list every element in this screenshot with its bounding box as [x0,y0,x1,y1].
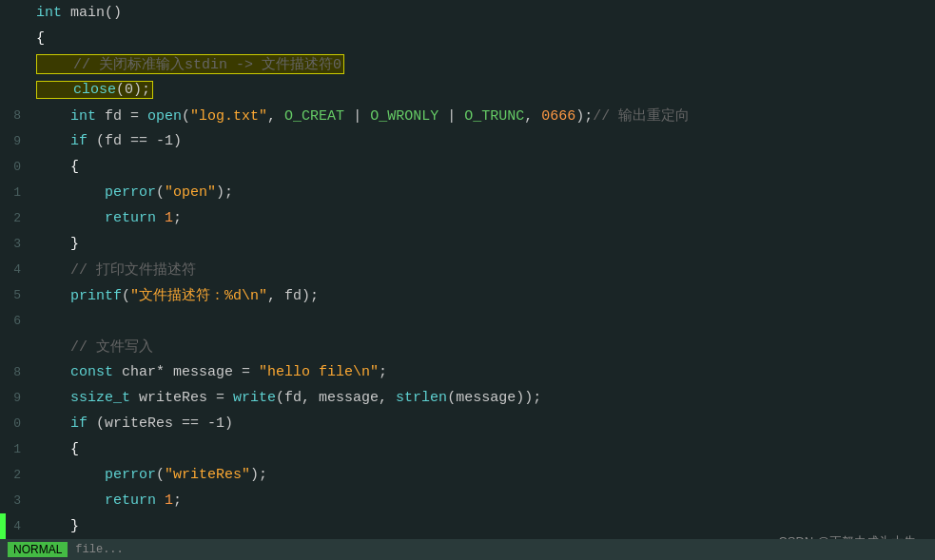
mode-label: NORMAL [8,542,68,557]
code-line-4: 8 int fd = open("log.txt", O_CREAT | O_W… [0,103,935,128]
code-line-18: 2 perror("writeRes"); [0,462,935,488]
line-number-4: 8 [0,108,29,123]
code-line-15: 9 ssize_t writeRes = write(fd, message, … [0,385,935,411]
code-line-2: // 关闭标准输入stdin -> 文件描述符0 [0,51,935,77]
code-line-9: 3 } [0,231,935,257]
line-content-11: printf("文件描述符：%d\n", fd); [29,286,935,304]
line-number-19: 3 [0,493,29,508]
line-number-8: 2 [0,211,29,225]
line-content-0: int main() [29,5,935,21]
code-line-0: int main() [0,0,935,26]
line-content-8: return 1; [29,210,935,226]
code-editor: int main(){ // 关闭标准输入stdin -> 文件描述符0 clo… [0,0,935,560]
line-number-15: 9 [0,391,29,405]
code-line-5: 9 if (fd == -1) [0,128,935,154]
line-number-5: 9 [0,134,29,148]
code-line-19: 3 return 1; [0,488,935,513]
code-line-10: 4 // 打印文件描述符 [0,257,935,282]
line-content-1: { [29,30,935,47]
code-line-1: { [0,26,935,51]
line-content-13: // 文件写入 [29,338,935,356]
line-number-9: 3 [0,237,29,251]
code-line-16: 0 if (writeRes == -1) [0,411,935,436]
line-content-15: ssize_t writeRes = write(fd, message, st… [29,390,935,406]
code-line-6: 0 { [0,154,935,180]
line-number-17: 1 [0,442,29,456]
line-content-7: perror("open"); [29,184,935,201]
line-number-7: 1 [0,185,29,200]
bottom-bar: NORMAL file... [0,539,935,560]
line-content-6: { [29,159,935,175]
line-content-19: return 1; [29,492,935,509]
code-line-12: 6 [0,308,935,334]
line-number-6: 0 [0,160,29,174]
line-content-14: const char* message = "hello file\n"; [29,364,935,380]
line-number-14: 8 [0,365,29,379]
line-content-5: if (fd == -1) [29,133,935,149]
code-line-13: // 文件写入 [0,334,935,359]
code-line-17: 1 { [0,436,935,462]
line-number-12: 6 [0,314,29,328]
line-content-4: int fd = open("log.txt", O_CREAT | O_WRO… [29,106,935,125]
line-content-16: if (writeRes == -1) [29,415,935,432]
code-line-3: close(0); [0,77,935,103]
code-line-7: 1 perror("open"); [0,180,935,205]
line-number-18: 2 [0,468,29,482]
line-content-2: // 关闭标准输入stdin -> 文件描述符0 [29,54,935,74]
file-name: file... [75,543,123,556]
code-line-11: 5 printf("文件描述符：%d\n", fd); [0,282,935,308]
line-content-17: { [29,441,935,457]
line-content-20: } [29,518,935,534]
line-number-11: 5 [0,288,29,302]
code-line-8: 2 return 1; [0,205,935,231]
code-line-14: 8 const char* message = "hello file\n"; [0,359,935,385]
line-number-10: 4 [0,262,29,277]
line-content-18: perror("writeRes"); [29,467,935,483]
line-content-3: close(0); [29,81,935,99]
line-number-16: 0 [0,416,29,431]
line-content-9: } [29,236,935,252]
line-content-10: // 打印文件描述符 [29,261,935,279]
